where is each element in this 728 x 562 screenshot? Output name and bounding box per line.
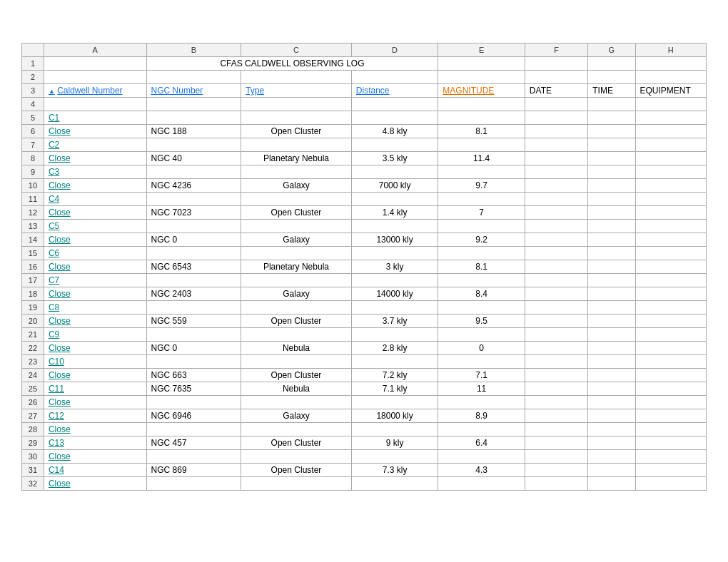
ngc-number-header[interactable]: NGC Number [151, 86, 203, 96]
cell-4e [438, 98, 525, 111]
table-row: 12 Close NGC 7023 Open Cluster 1.4 kly 7 [22, 206, 707, 220]
row-num-4: 4 [22, 98, 44, 111]
table-row: 14 Close NGC 0 Galaxy 13000 kly 9.2 [22, 233, 707, 247]
c14-close-link[interactable]: Close [49, 479, 71, 489]
c14-link[interactable]: C14 [49, 465, 64, 475]
table-row: 16 Close NGC 6543 Planetary Nebula 3 kly… [22, 260, 707, 274]
row-num-2: 2 [22, 71, 44, 84]
cell-3f: DATE [525, 84, 587, 98]
c2-close-link[interactable]: Close [49, 153, 71, 163]
caldwell-number-header[interactable]: Caldwell Number [57, 86, 122, 96]
c13-close-link[interactable]: Close [49, 451, 71, 461]
type-header[interactable]: Type [246, 86, 264, 96]
c12-close-link[interactable]: Close [49, 424, 71, 434]
cell-4f [525, 98, 587, 111]
c4-close-link[interactable]: Close [49, 208, 71, 218]
c5-link[interactable]: C5 [49, 221, 59, 231]
distance-header[interactable]: Distance [356, 86, 390, 96]
cell-1a [44, 57, 146, 71]
cell-4h [635, 98, 706, 111]
col-header-a: A [44, 44, 146, 57]
table-row: 8 Close NGC 40 Planetary Nebula 3.5 kly … [22, 152, 707, 165]
cell-1g [588, 57, 635, 71]
c11-close-link[interactable]: Close [49, 397, 71, 407]
cell-2a [44, 71, 146, 84]
c11-link[interactable]: C11 [49, 384, 64, 394]
table-row: 5 C1 [22, 111, 707, 125]
c3-link[interactable]: C3 [49, 167, 59, 177]
c1-link[interactable]: C1 [49, 113, 59, 123]
table-row: 11 C4 [22, 193, 707, 206]
col-header-b: B [146, 44, 241, 57]
cell-1f [525, 57, 587, 71]
table-row: 6 Close NGC 188 Open Cluster 4.8 kly 8.1 [22, 125, 707, 138]
table-row: 29 C13 NGC 457 Open Cluster 9 kly 6.4 [22, 436, 707, 450]
cell-3d: Distance [351, 84, 438, 98]
sort-icon: ▲ [49, 88, 55, 95]
c9-link[interactable]: C9 [49, 329, 59, 339]
table-row: 13 C5 [22, 220, 707, 233]
spreadsheet-table: A B C D E F G H 1 CFAS CALDWELL OBSERVIN… [21, 43, 707, 491]
c6-link[interactable]: C6 [49, 248, 59, 258]
table-row: 20 Close NGC 559 Open Cluster 3.7 kly 9.… [22, 315, 707, 328]
row-num-5: 5 [22, 111, 44, 125]
table-row: 9 C3 [22, 165, 707, 179]
col-header-h: H [635, 44, 706, 57]
cell-1h [635, 57, 706, 71]
c4-link[interactable]: C4 [49, 194, 59, 204]
col-header-g: G [588, 44, 635, 57]
cell-4b [146, 98, 241, 111]
cell-2g [588, 71, 635, 84]
c10-link[interactable]: C10 [49, 357, 64, 367]
cell-3e: MAGNITUDE [438, 84, 525, 98]
table-row: 15 C6 [22, 247, 707, 260]
c10-close-link[interactable]: Close [49, 370, 71, 380]
cell-4g [588, 98, 635, 111]
table-row: 2 [22, 71, 707, 84]
table-row: 27 C12 NGC 6946 Galaxy 18000 kly 8.9 [22, 409, 707, 423]
c8-link[interactable]: C8 [49, 302, 59, 312]
cell-2h [635, 71, 706, 84]
corner-header [22, 44, 44, 57]
table-row: 4 [22, 98, 707, 111]
table-row: 30 Close [22, 450, 707, 464]
spreadsheet-container: A B C D E F G H 1 CFAS CALDWELL OBSERVIN… [0, 0, 728, 519]
c12-link[interactable]: C12 [49, 411, 64, 421]
col-header-f: F [525, 44, 587, 57]
cell-4a [44, 98, 146, 111]
cell-3h: EQUIPMENT [635, 84, 706, 98]
cell-3a: ▲ Caldwell Number [44, 84, 146, 98]
c7-link[interactable]: C7 [49, 275, 59, 285]
cell-4d [351, 98, 438, 111]
table-row: 10 Close NGC 4236 Galaxy 7000 kly 9.7 [22, 179, 707, 193]
table-row: 18 Close NGC 2403 Galaxy 14000 kly 8.4 [22, 287, 707, 301]
table-row: 1 CFAS CALDWELL OBSERVING LOG [22, 57, 707, 71]
cell-2c [241, 71, 352, 84]
magnitude-header[interactable]: MAGNITUDE [443, 86, 494, 96]
cell-3c: Type [241, 84, 352, 98]
cell-2d [351, 71, 438, 84]
c13-link[interactable]: C13 [49, 438, 64, 448]
cell-2b [146, 71, 241, 84]
c1-close-link[interactable]: Close [49, 126, 71, 136]
header-row: 3 ▲ Caldwell Number NGC Number Type Dist… [22, 84, 707, 98]
c9-close-link[interactable]: Close [49, 343, 71, 353]
c7-close-link[interactable]: Close [49, 289, 71, 299]
cell-3b: NGC Number [146, 84, 241, 98]
table-row: 28 Close [22, 423, 707, 436]
c5-close-link[interactable]: Close [49, 235, 71, 245]
c3-close-link[interactable]: Close [49, 180, 71, 190]
col-header-c: C [241, 44, 352, 57]
table-row: 7 C2 [22, 138, 707, 152]
cell-title: CFAS CALDWELL OBSERVING LOG [146, 57, 438, 71]
c8-close-link[interactable]: Close [49, 316, 71, 326]
c6-close-link[interactable]: Close [49, 262, 71, 272]
table-row: 21 C9 [22, 328, 707, 342]
table-row: 24 Close NGC 663 Open Cluster 7.2 kly 7.… [22, 369, 707, 382]
table-row: 25 C11 NGC 7635 Nebula 7.1 kly 11 [22, 382, 707, 396]
table-row: 23 C10 [22, 355, 707, 369]
c2-link[interactable]: C2 [49, 140, 59, 150]
col-header-e: E [438, 44, 525, 57]
cell-2e [438, 71, 525, 84]
row-num-1: 1 [22, 57, 44, 71]
